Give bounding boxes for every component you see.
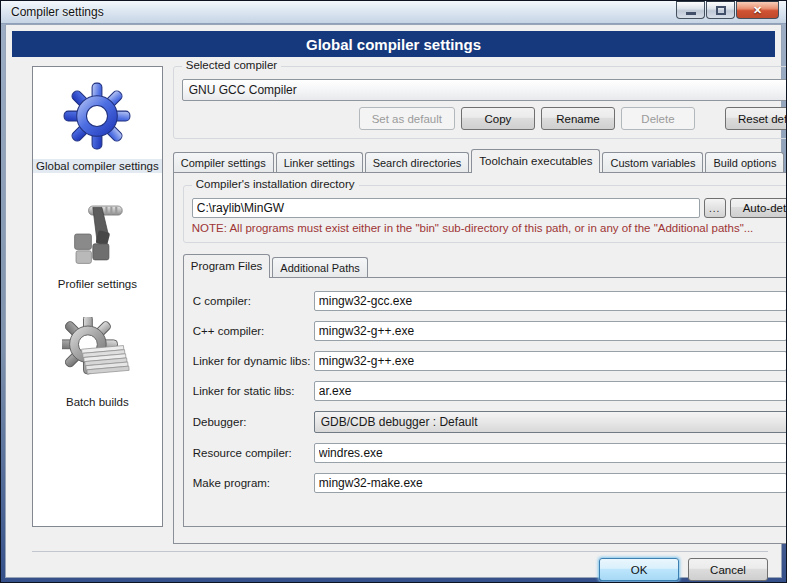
- field-row-resource-compiler: Resource compiler: ...: [193, 443, 787, 463]
- sidebar-item-batch-builds[interactable]: Batch builds: [33, 307, 162, 425]
- ok-button[interactable]: OK: [599, 558, 679, 581]
- field-row-cpp-compiler: C++ compiler: ...: [193, 321, 787, 341]
- copy-button[interactable]: Copy: [461, 107, 535, 130]
- page-title: Global compiler settings: [306, 36, 481, 53]
- set-as-default-button[interactable]: Set as default: [359, 107, 455, 130]
- cpp-compiler-label: C++ compiler:: [193, 325, 314, 337]
- static-linker-input[interactable]: [314, 381, 787, 401]
- debugger-select-value: GDB/CDB debugger : Default: [321, 415, 787, 429]
- close-button[interactable]: ✕: [736, 1, 779, 19]
- caliper-icon: [62, 199, 132, 269]
- static-linker-label: Linker for static libs:: [193, 385, 314, 397]
- compiler-select[interactable]: GNU GCC Compiler ▼: [182, 79, 787, 101]
- minimize-button[interactable]: [676, 1, 705, 19]
- settings-tabstrip: Compiler settings Linker settings Search…: [173, 148, 787, 172]
- installation-note: NOTE: All programs must exist either in …: [192, 222, 787, 234]
- window-title: Compiler settings: [11, 5, 104, 19]
- compiler-settings-window: Compiler settings ✕ Global compiler sett…: [0, 0, 787, 583]
- delete-button[interactable]: Delete: [621, 107, 695, 130]
- compiler-select-value: GNU GCC Compiler: [189, 83, 787, 97]
- tab-custom-variables[interactable]: Custom variables: [602, 152, 703, 172]
- tab-search-directories[interactable]: Search directories: [365, 152, 470, 172]
- tab-program-files[interactable]: Program Files: [183, 254, 271, 278]
- dialog-footer: OK Cancel: [32, 551, 768, 581]
- resource-compiler-label: Resource compiler:: [193, 447, 314, 459]
- field-row-dynamic-linker: Linker for dynamic libs: ...: [193, 351, 787, 371]
- installation-directory-input[interactable]: [192, 198, 700, 218]
- maximize-icon: [716, 6, 726, 15]
- gear-stack-icon: [62, 317, 132, 387]
- close-icon: ✕: [753, 4, 762, 17]
- maximize-button[interactable]: [706, 1, 735, 19]
- page-header: Global compiler settings: [12, 31, 775, 57]
- field-row-debugger: Debugger: GDB/CDB debugger : Default ▼: [193, 411, 787, 433]
- installation-directory-group: Compiler's installation directory ... Au…: [183, 185, 787, 243]
- debugger-label: Debugger:: [193, 416, 314, 428]
- programs-tabstrip: Program Files Additional Paths: [183, 255, 787, 277]
- tab-compiler-settings[interactable]: Compiler settings: [173, 152, 274, 172]
- make-program-label: Make program:: [193, 477, 314, 489]
- sidebar-item-label: Batch builds: [63, 395, 132, 409]
- dialog-client-area: Global compiler settings: [5, 24, 782, 578]
- make-program-input[interactable]: [314, 473, 787, 493]
- program-files-panel: C compiler: ... C++ compiler: ...: [183, 277, 787, 527]
- field-row-make-program: Make program: ...: [193, 473, 787, 493]
- tab-additional-paths[interactable]: Additional Paths: [272, 257, 368, 277]
- tab-toolchain-executables[interactable]: Toolchain executables: [471, 149, 600, 173]
- rename-button[interactable]: Rename: [541, 107, 615, 130]
- settings-category-list: Global compiler settings: [32, 66, 163, 527]
- titlebar[interactable]: Compiler settings ✕: [1, 1, 786, 24]
- minimize-icon: [686, 12, 696, 15]
- field-row-static-linker: Linker for static libs: ...: [193, 381, 787, 401]
- field-row-c-compiler: C compiler: ...: [193, 291, 787, 311]
- blue-gear-icon: [62, 81, 132, 151]
- sidebar-item-profiler-settings[interactable]: Profiler settings: [33, 189, 162, 307]
- sidebar-item-global-compiler-settings[interactable]: Global compiler settings: [33, 71, 162, 189]
- selected-compiler-group-label: Selected compiler: [182, 59, 281, 71]
- reset-defaults-button[interactable]: Reset defaults: [725, 107, 787, 130]
- auto-detect-button[interactable]: Auto-detect: [730, 198, 787, 218]
- selected-compiler-group: Selected compiler GNU GCC Compiler ▼ Set…: [173, 66, 787, 139]
- installation-directory-group-label: Compiler's installation directory: [192, 178, 359, 190]
- c-compiler-input[interactable]: [314, 291, 787, 311]
- cpp-compiler-input[interactable]: [314, 321, 787, 341]
- c-compiler-label: C compiler:: [193, 295, 314, 307]
- window-controls: ✕: [676, 1, 779, 19]
- cancel-button[interactable]: Cancel: [688, 558, 768, 581]
- tab-linker-settings[interactable]: Linker settings: [276, 152, 363, 172]
- dynamic-linker-input[interactable]: [314, 351, 787, 371]
- toolchain-executables-panel: Compiler's installation directory ... Au…: [173, 172, 787, 544]
- resource-compiler-input[interactable]: [314, 443, 787, 463]
- installation-directory-browse-button[interactable]: ...: [704, 198, 726, 218]
- debugger-select[interactable]: GDB/CDB debugger : Default ▼: [314, 411, 787, 433]
- sidebar-item-label: Profiler settings: [55, 277, 140, 291]
- sidebar-item-label: Global compiler settings: [33, 159, 162, 173]
- tab-build-options[interactable]: Build options: [705, 152, 784, 172]
- dynamic-linker-label: Linker for dynamic libs:: [193, 355, 314, 367]
